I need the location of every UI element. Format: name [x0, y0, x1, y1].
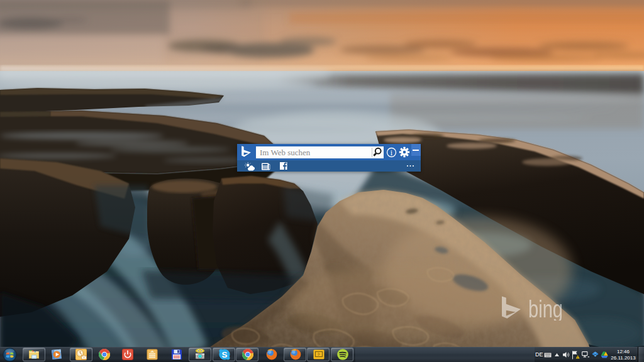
svg-text:bing: bing [528, 296, 563, 321]
svg-text:S: S [221, 350, 227, 359]
svg-text:i: i [391, 148, 393, 157]
